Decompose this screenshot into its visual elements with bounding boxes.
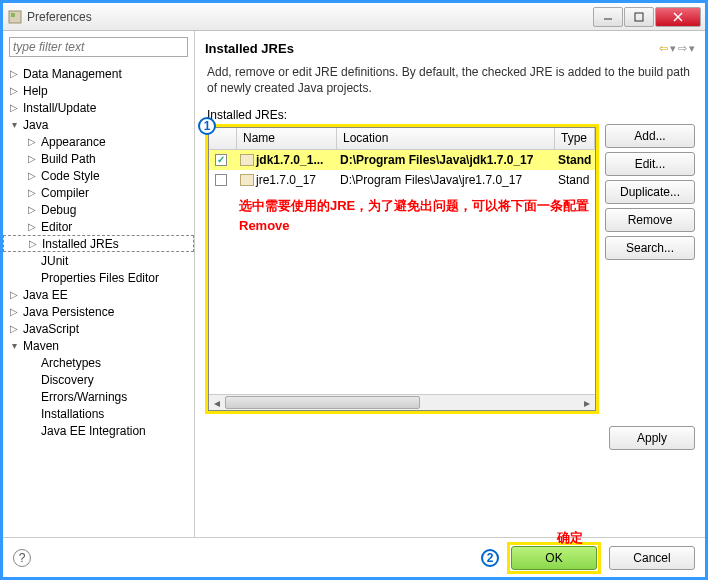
row-type: Stand <box>555 153 595 167</box>
tree-item[interactable]: ▷Code Style <box>3 167 194 184</box>
row-name: jdk1.7.0_1... <box>256 153 323 167</box>
tree-item-label: Install/Update <box>23 101 96 115</box>
row-name: jre1.7.0_17 <box>256 173 316 187</box>
tree-item[interactable]: Java EE Integration <box>3 422 194 439</box>
collapsed-icon[interactable]: ▷ <box>27 136 37 147</box>
scroll-left-icon[interactable]: ◂ <box>209 395 225 410</box>
tree-item-label: Editor <box>41 220 72 234</box>
duplicate-button[interactable]: Duplicate... <box>605 180 695 204</box>
tree-item[interactable]: ▷Java EE <box>3 286 194 303</box>
tree-item-label: Errors/Warnings <box>41 390 127 404</box>
edit-button[interactable]: Edit... <box>605 152 695 176</box>
tree-item[interactable]: ▾Maven <box>3 337 194 354</box>
tree-item-label: Compiler <box>41 186 89 200</box>
collapsed-icon[interactable]: ▷ <box>27 153 37 164</box>
minimize-button[interactable] <box>593 7 623 27</box>
help-icon[interactable]: ? <box>13 549 31 567</box>
remove-button[interactable]: Remove <box>605 208 695 232</box>
table-label: Installed JREs: <box>207 108 695 122</box>
tree-item[interactable]: ▷JavaScript <box>3 320 194 337</box>
tree-item[interactable]: ▷Compiler <box>3 184 194 201</box>
apply-button[interactable]: Apply <box>609 426 695 450</box>
back-menu-icon[interactable]: ▾ <box>670 42 676 55</box>
tree-item[interactable]: Errors/Warnings <box>3 388 194 405</box>
tree-item-label: Debug <box>41 203 76 217</box>
scroll-right-icon[interactable]: ▸ <box>579 395 595 410</box>
tree-item[interactable]: ▷Installed JREs <box>3 235 194 252</box>
maximize-button[interactable] <box>624 7 654 27</box>
tree-item[interactable]: Archetypes <box>3 354 194 371</box>
collapsed-icon[interactable]: ▷ <box>27 221 37 232</box>
row-type: Stand <box>555 173 595 187</box>
ok-annotation: 确定 <box>557 529 583 547</box>
main-panel: Installed JREs ⇦ ▾ ⇨ ▾ Add, remove or ed… <box>195 31 705 537</box>
tree-item[interactable]: ▷Editor <box>3 218 194 235</box>
tree-item-label: Installations <box>41 407 104 421</box>
collapsed-icon[interactable]: ▷ <box>9 85 19 96</box>
callout-2: 2 <box>481 549 499 567</box>
tree-item-label: Java <box>23 118 48 132</box>
expanded-icon[interactable]: ▾ <box>9 340 19 351</box>
location-column[interactable]: Location <box>337 128 555 149</box>
tree-item[interactable]: ▷Help <box>3 82 194 99</box>
collapsed-icon[interactable]: ▷ <box>9 306 19 317</box>
window-title: Preferences <box>27 10 592 24</box>
forward-icon[interactable]: ⇨ <box>678 42 687 55</box>
table-row[interactable]: ✓jdk1.7.0_1...D:\Program Files\Java\jdk1… <box>209 150 595 170</box>
row-location: D:\Program Files\Java\jdk1.7.0_17 <box>337 153 555 167</box>
tree-item-label: Help <box>23 84 48 98</box>
tree-item-label: Discovery <box>41 373 94 387</box>
expanded-icon[interactable]: ▾ <box>9 119 19 130</box>
collapsed-icon[interactable]: ▷ <box>27 170 37 181</box>
tree-item[interactable]: JUnit <box>3 252 194 269</box>
collapsed-icon[interactable]: ▷ <box>9 323 19 334</box>
ok-button[interactable]: OK <box>511 546 597 570</box>
tree-item[interactable]: ▷Data Management <box>3 65 194 82</box>
collapsed-icon[interactable]: ▷ <box>27 187 37 198</box>
tree-item[interactable]: ▾Java <box>3 116 194 133</box>
row-checkbox[interactable]: ✓ <box>215 154 227 166</box>
table-row[interactable]: jre1.7.0_17D:\Program Files\Java\jre1.7.… <box>209 170 595 190</box>
type-column[interactable]: Type <box>555 128 595 149</box>
tree-item-label: Appearance <box>41 135 106 149</box>
collapsed-icon[interactable]: ▷ <box>9 289 19 300</box>
tree-item[interactable]: Installations <box>3 405 194 422</box>
preferences-tree[interactable]: ▷Data Management▷Help▷Install/Update▾Jav… <box>3 63 194 537</box>
tree-item-label: Java EE Integration <box>41 424 146 438</box>
tree-item-label: Build Path <box>41 152 96 166</box>
collapsed-icon[interactable]: ▷ <box>9 68 19 79</box>
cancel-button[interactable]: Cancel <box>609 546 695 570</box>
tree-item[interactable]: ▷Install/Update <box>3 99 194 116</box>
tree-item[interactable]: ▷Java Persistence <box>3 303 194 320</box>
sidebar: ▷Data Management▷Help▷Install/Update▾Jav… <box>3 31 195 537</box>
tree-item-label: Properties Files Editor <box>41 271 159 285</box>
jre-table[interactable]: Name Location Type ✓jdk1.7.0_1...D:\Prog… <box>208 127 596 411</box>
row-checkbox[interactable] <box>215 174 227 186</box>
title-bar: Preferences <box>3 3 705 31</box>
svg-rect-3 <box>635 13 643 21</box>
tree-item-label: Java EE <box>23 288 68 302</box>
collapsed-icon[interactable]: ▷ <box>28 238 38 249</box>
annotation-text: 选中需要使用的JRE，为了避免出问题，可以将下面一条配置Remove <box>239 196 595 235</box>
tree-item[interactable]: Properties Files Editor <box>3 269 194 286</box>
forward-menu-icon[interactable]: ▾ <box>689 42 695 55</box>
back-icon[interactable]: ⇦ <box>659 42 668 55</box>
close-button[interactable] <box>655 7 701 27</box>
horizontal-scrollbar[interactable]: ◂ ▸ <box>209 394 595 410</box>
tree-item[interactable]: ▷Build Path <box>3 150 194 167</box>
tree-item[interactable]: ▷Debug <box>3 201 194 218</box>
tree-item-label: Maven <box>23 339 59 353</box>
collapsed-icon[interactable]: ▷ <box>9 102 19 113</box>
tree-item-label: Data Management <box>23 67 122 81</box>
tree-item[interactable]: Discovery <box>3 371 194 388</box>
tree-item[interactable]: ▷Appearance <box>3 133 194 150</box>
page-title: Installed JREs <box>205 41 659 56</box>
tree-item-label: Code Style <box>41 169 100 183</box>
add-button[interactable]: Add... <box>605 124 695 148</box>
jre-icon <box>240 154 254 166</box>
name-column[interactable]: Name <box>237 128 337 149</box>
filter-input[interactable] <box>9 37 188 57</box>
tree-item-label: JavaScript <box>23 322 79 336</box>
search-button[interactable]: Search... <box>605 236 695 260</box>
collapsed-icon[interactable]: ▷ <box>27 204 37 215</box>
